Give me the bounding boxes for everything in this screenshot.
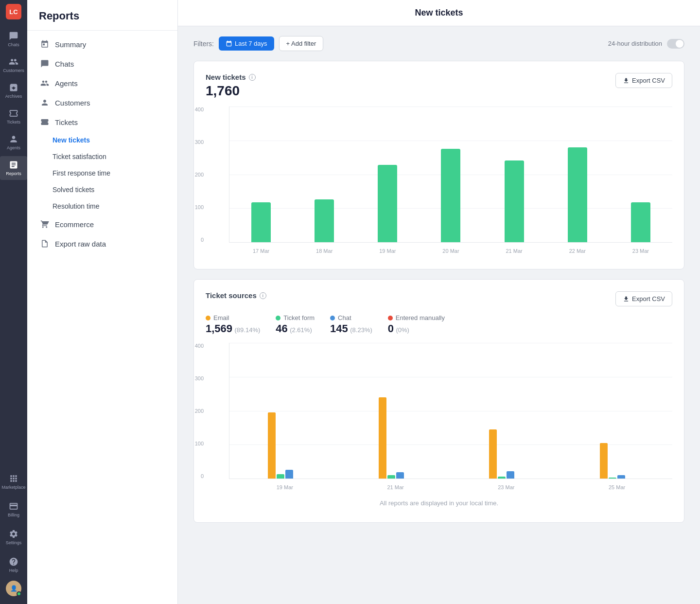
bar-label: 21 Mar bbox=[506, 248, 523, 254]
bar-thin[interactable] bbox=[489, 429, 497, 479]
bar-group: 20 Mar bbox=[419, 116, 482, 242]
export-csv-button[interactable]: Export CSV bbox=[615, 73, 672, 88]
bar-thin[interactable] bbox=[268, 412, 276, 479]
sidebar-item-tickets[interactable]: Tickets bbox=[0, 105, 27, 128]
ticket-sources-chart-card: Ticket sources i Export CSV Email 1,569 … bbox=[193, 279, 684, 523]
sidebar-item-label: Summary bbox=[55, 40, 86, 49]
bar-thin[interactable] bbox=[396, 472, 404, 479]
sidebar-item-agents[interactable]: Agents bbox=[27, 73, 177, 93]
info-icon[interactable]: i bbox=[249, 74, 256, 81]
sidebar-item-reports[interactable]: Reports bbox=[0, 156, 27, 180]
sidebar-item-help[interactable]: Help bbox=[0, 553, 27, 577]
legend-count: 145 bbox=[330, 322, 348, 335]
legend-dot bbox=[276, 316, 280, 320]
bar-thin[interactable] bbox=[285, 470, 293, 479]
icon-nav-label: Billing bbox=[8, 513, 19, 517]
icon-nav-label: Reports bbox=[6, 171, 21, 176]
app-logo[interactable]: LC bbox=[6, 4, 21, 19]
icon-nav: LC Chats Customers Archives Tickets Agen… bbox=[0, 0, 27, 604]
sidebar-item-customers[interactable]: Customers bbox=[27, 93, 177, 112]
bar[interactable] bbox=[251, 202, 271, 243]
bar-thin[interactable] bbox=[498, 477, 506, 479]
sidebar-sub-item-ticket-satisfaction[interactable]: Ticket satisfaction bbox=[27, 148, 177, 165]
info-icon[interactable]: i bbox=[260, 292, 266, 299]
cart-icon bbox=[40, 220, 49, 229]
sidebar: Reports Summary Chats Agents Customers T… bbox=[27, 0, 178, 604]
bar-thin[interactable] bbox=[609, 478, 616, 479]
sidebar-sub-item-resolution-time[interactable]: Resolution time bbox=[27, 198, 177, 214]
legend-item-chat: Chat 145 (8.23%) bbox=[330, 314, 372, 335]
chart-title: New tickets i bbox=[206, 73, 256, 81]
avatar-status-dot bbox=[17, 591, 21, 596]
sidebar-item-agents[interactable]: Agents bbox=[0, 130, 27, 154]
sidebar-sub-item-new-tickets[interactable]: New tickets bbox=[27, 132, 177, 148]
chart-header: New tickets i 1,760 Export CSV bbox=[206, 73, 672, 99]
icon-nav-label: Help bbox=[9, 568, 18, 573]
bar-thin[interactable] bbox=[507, 471, 514, 479]
bar[interactable] bbox=[315, 199, 334, 242]
download-icon bbox=[623, 77, 630, 84]
sidebar-item-billing[interactable]: Billing bbox=[0, 497, 27, 521]
bar-label: 21 Mar bbox=[387, 484, 404, 490]
bar-thin[interactable] bbox=[617, 475, 625, 479]
sidebar-item-settings[interactable]: Settings bbox=[0, 525, 27, 549]
sidebar-sub-item-solved-tickets[interactable]: Solved tickets bbox=[27, 181, 177, 198]
legend-dot-label: Entered manually bbox=[388, 314, 445, 321]
chat-icon bbox=[9, 31, 18, 41]
filters-right: 24-hour distribution bbox=[608, 39, 684, 49]
sidebar-item-ecommerce[interactable]: Ecommerce bbox=[27, 214, 177, 234]
bar[interactable] bbox=[505, 160, 524, 242]
bar-label: 25 Mar bbox=[609, 484, 625, 490]
legend-pct: (0%) bbox=[396, 326, 409, 334]
legend-count: 46 bbox=[276, 322, 287, 335]
add-filter-button[interactable]: + Add filter bbox=[279, 36, 324, 51]
sidebar-item-label: Customers bbox=[55, 99, 90, 107]
distribution-label: 24-hour distribution bbox=[608, 40, 662, 47]
icon-nav-label: Marketplace bbox=[1, 485, 25, 490]
sidebar-sub-item-first-response-time[interactable]: First response time bbox=[27, 165, 177, 181]
bar[interactable] bbox=[441, 149, 460, 243]
bar-group: 18 Mar bbox=[293, 116, 356, 242]
legend-item-ticket-form: Ticket form 46 (2.61%) bbox=[276, 314, 315, 335]
bar-group: 19 Mar bbox=[356, 116, 419, 242]
tickets-icon bbox=[9, 108, 18, 118]
icon-nav-label: Customers bbox=[3, 68, 24, 73]
legend-count: 1,569 bbox=[206, 322, 232, 335]
icon-nav-bottom: Marketplace Billing Settings Help 👤 bbox=[0, 466, 27, 600]
date-filter-button[interactable]: Last 7 days bbox=[219, 36, 274, 51]
legend-pct: (8.23%) bbox=[350, 326, 372, 334]
legend-dot bbox=[330, 316, 335, 320]
agents-icon bbox=[40, 79, 49, 88]
bar-thin[interactable] bbox=[600, 443, 608, 479]
export-csv-button-sources[interactable]: Export CSV bbox=[615, 291, 672, 306]
sidebar-item-marketplace[interactable]: Marketplace bbox=[0, 470, 27, 494]
filter-label: Filters: bbox=[193, 40, 214, 48]
file-icon bbox=[40, 239, 49, 248]
bar-label: 19 Mar bbox=[277, 484, 293, 490]
sidebar-item-customers[interactable]: Customers bbox=[0, 53, 27, 77]
bar-thin[interactable] bbox=[277, 474, 284, 479]
icon-nav-label: Tickets bbox=[7, 120, 20, 124]
sidebar-item-chats[interactable]: Chats bbox=[27, 54, 177, 73]
chart-title-area: Ticket sources i bbox=[206, 291, 266, 302]
legend-dot-label: Chat bbox=[330, 314, 372, 321]
bar-thin[interactable] bbox=[379, 397, 386, 479]
main-content: New tickets Filters: Last 7 days + Add f… bbox=[178, 0, 700, 604]
sidebar-item-label: Chats bbox=[55, 60, 74, 68]
legend-value: 1,569 (89.14%) bbox=[206, 322, 260, 335]
sidebar-item-archives[interactable]: Archives bbox=[0, 79, 27, 103]
bar-label: 20 Mar bbox=[442, 248, 459, 254]
sidebar-item-tickets[interactable]: Tickets bbox=[27, 112, 177, 132]
sidebar-item-summary[interactable]: Summary bbox=[27, 35, 177, 54]
bar-thin[interactable] bbox=[387, 475, 395, 479]
sidebar-item-label: Tickets bbox=[55, 118, 78, 126]
bar[interactable] bbox=[378, 165, 397, 243]
legend-count: 0 bbox=[388, 322, 394, 335]
sidebar-item-export-raw-data[interactable]: Export raw data bbox=[27, 234, 177, 253]
sidebar-item-chats[interactable]: Chats bbox=[0, 27, 27, 51]
bar[interactable] bbox=[631, 202, 650, 243]
legend-label: Chat bbox=[338, 314, 351, 321]
distribution-toggle[interactable] bbox=[667, 39, 684, 49]
bar[interactable] bbox=[568, 147, 587, 242]
avatar[interactable]: 👤 bbox=[6, 581, 21, 596]
